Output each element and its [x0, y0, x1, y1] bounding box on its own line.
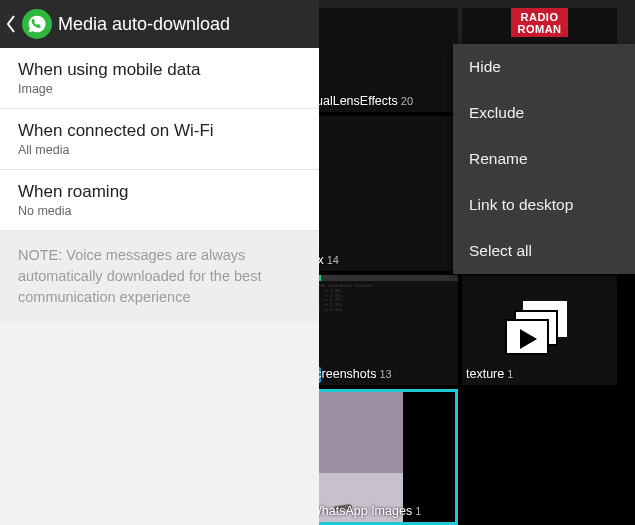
menu-item-exclude[interactable]: Exclude	[453, 90, 635, 136]
album-caption: gfx14	[319, 253, 339, 267]
album-count: 20	[401, 95, 413, 107]
menu-item-hide[interactable]: Hide	[453, 44, 635, 90]
album-count: 1	[415, 505, 421, 517]
album-duallens[interactable]: DualLensEffects20	[319, 8, 458, 112]
whatsapp-header: Media auto-download	[0, 0, 319, 48]
album-count: 13	[379, 368, 391, 380]
setting-wifi[interactable]: When connected on Wi-Fi All media	[0, 109, 319, 170]
setting-mobile-data[interactable]: When using mobile data Image	[0, 48, 319, 109]
whatsapp-header-title: Media auto-download	[58, 14, 230, 35]
album-label: texture	[466, 367, 504, 381]
gallery-pane: 1/15 RADIO ROMAN	[319, 0, 635, 525]
setting-title: When roaming	[18, 182, 301, 202]
radio-badge-line2: ROMAN	[517, 23, 561, 35]
menu-item-rename[interactable]: Rename	[453, 136, 635, 182]
radio-badge-line1: RADIO	[521, 11, 559, 23]
album-caption: Screenshots13	[319, 367, 392, 381]
album-label: gfx	[319, 253, 324, 267]
album-thumb	[319, 392, 455, 522]
album-screenshots[interactable]: load 95% confidence interval 1.21s -> 1.…	[319, 275, 458, 385]
menu-item-select-all[interactable]: Select all	[453, 228, 635, 274]
overflow-menu: Hide Exclude Rename Link to desktop Sele…	[453, 44, 635, 274]
whatsapp-logo-icon	[22, 9, 52, 39]
setting-subtitle: Image	[18, 82, 301, 96]
album-texture[interactable]: texture1	[462, 275, 617, 385]
album-caption: texture1	[466, 367, 513, 381]
album-count: 1	[507, 368, 513, 380]
album-caption: WhatsApp Images1	[319, 504, 421, 518]
album-thumb	[319, 116, 458, 271]
setting-roaming[interactable]: When roaming No media	[0, 170, 319, 231]
menu-item-link-desktop[interactable]: Link to desktop	[453, 182, 635, 228]
album-count: 14	[327, 254, 339, 266]
album-label: WhatsApp Images	[319, 504, 412, 518]
setting-subtitle: All media	[18, 143, 301, 157]
setting-title: When connected on Wi-Fi	[18, 121, 301, 141]
album-label: DualLensEffects	[319, 94, 398, 108]
back-icon[interactable]	[0, 0, 22, 48]
settings-list: When using mobile data Image When connec…	[0, 48, 319, 231]
album-label: Screenshots	[319, 367, 376, 381]
whatsapp-settings-pane: Media auto-download When using mobile da…	[0, 0, 319, 525]
settings-note: NOTE: Voice messages are always automati…	[0, 231, 319, 322]
album-gfx[interactable]: gfx14	[319, 116, 458, 271]
setting-subtitle: No media	[18, 204, 301, 218]
root: Media auto-download When using mobile da…	[0, 0, 635, 525]
video-stack-icon	[505, 301, 575, 359]
setting-title: When using mobile data	[18, 60, 301, 80]
album-caption: DualLensEffects20	[319, 94, 413, 108]
radio-badge: RADIO ROMAN	[511, 8, 567, 37]
album-whatsapp-images[interactable]: WhatsApp Images1	[319, 389, 458, 525]
